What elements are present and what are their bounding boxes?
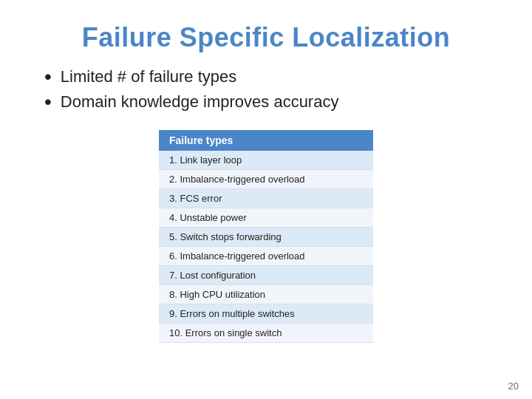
failure-types-table: Failure types 1. Link layer loop2. Imbal… bbox=[159, 130, 373, 343]
table-cell-3: 3. FCS error bbox=[159, 189, 373, 208]
table-row: 7. Lost configuration bbox=[159, 266, 373, 285]
table-cell-9: 9. Errors on multiple switches bbox=[159, 304, 373, 324]
slide-title: Failure Specific Localization bbox=[37, 22, 495, 53]
table-row: 4. Unstable power bbox=[159, 208, 373, 228]
table-row: 5. Switch stops forwarding bbox=[159, 228, 373, 247]
bullet-item-2: Domain knowledge improves accuracy bbox=[44, 92, 495, 112]
table-header: Failure types bbox=[159, 130, 373, 151]
bullet-text-1: Limited # of failure types bbox=[61, 67, 236, 86]
table-row: 2. Imbalance-triggered overload bbox=[159, 170, 373, 189]
table-cell-5: 5. Switch stops forwarding bbox=[159, 228, 373, 247]
table-cell-4: 4. Unstable power bbox=[159, 208, 373, 228]
table-cell-7: 7. Lost configuration bbox=[159, 266, 373, 285]
table-row: 3. FCS error bbox=[159, 189, 373, 208]
table-cell-8: 8. High CPU utilization bbox=[159, 285, 373, 304]
slide-number: 20 bbox=[508, 381, 519, 392]
bullet-list: Limited # of failure types Domain knowle… bbox=[37, 66, 495, 117]
table-row: 8. High CPU utilization bbox=[159, 285, 373, 304]
table-cell-10: 10. Errors on single switch bbox=[159, 324, 373, 343]
bullet-text-2: Domain knowledge improves accuracy bbox=[61, 92, 339, 112]
table-row: 10. Errors on single switch bbox=[159, 324, 373, 343]
table-cell-6: 6. Imbalance-triggered overload bbox=[159, 247, 373, 266]
slide: Failure Specific Localization Limited # … bbox=[0, 0, 532, 399]
bullet-item-1: Limited # of failure types bbox=[44, 66, 495, 87]
table-container: Failure types 1. Link layer loop2. Imbal… bbox=[37, 130, 495, 343]
table-row: 9. Errors on multiple switches bbox=[159, 304, 373, 324]
table-cell-1: 1. Link layer loop bbox=[159, 151, 373, 170]
table-row: 1. Link layer loop bbox=[159, 151, 373, 170]
table-cell-2: 2. Imbalance-triggered overload bbox=[159, 170, 373, 189]
table-row: 6. Imbalance-triggered overload bbox=[159, 247, 373, 266]
